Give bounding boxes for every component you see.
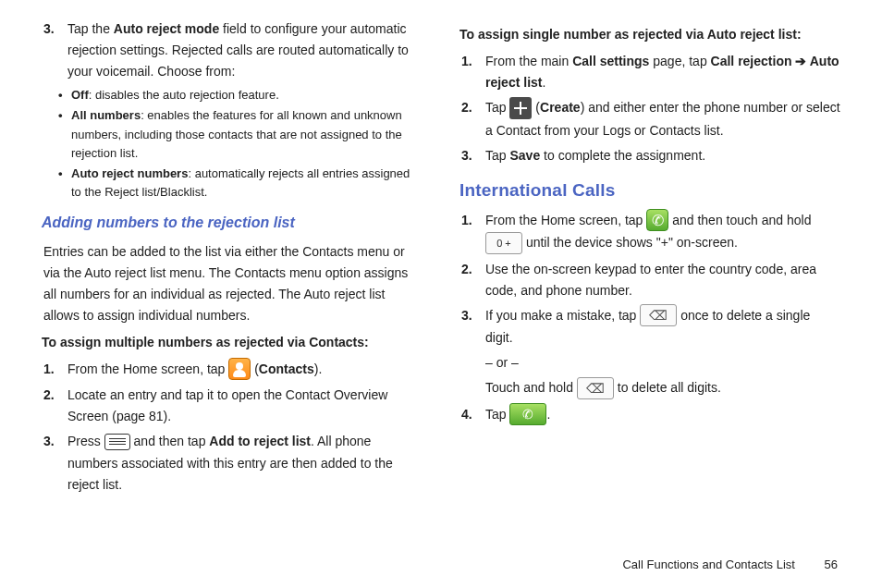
text: ). [314, 361, 323, 376]
subheading-via-contacts: To assign multiple numbers as rejected v… [42, 332, 423, 353]
contacts-step-2: 2. Locate an entry and tap it to open th… [42, 385, 423, 427]
label: Add to reject list [209, 434, 311, 448]
step-number: 3. [42, 431, 67, 495]
step-number: 2. [459, 259, 485, 301]
step-body: Tap (Create) and either enter the phone … [485, 97, 840, 141]
text: . [546, 407, 550, 422]
text: From the main [485, 54, 572, 68]
contacts-step-3: 3. Press and then tap Add to reject list… [42, 431, 423, 495]
step-number: 3. [42, 18, 67, 82]
left-column: 3. Tap the Auto reject mode field to con… [42, 18, 423, 499]
bullet-mark: • [58, 106, 71, 162]
text: to delete all digits. [618, 380, 721, 395]
text: and then tap [134, 434, 210, 448]
text: Touch and hold [485, 380, 577, 395]
paragraph: Entries can be added to the list via eit… [42, 241, 423, 326]
or-divider: – or – [485, 352, 840, 374]
text: Tap [485, 100, 509, 115]
step-body: From the Home screen, tap and then touch… [485, 210, 840, 255]
bullet-body: All numbers: enables the features for al… [71, 106, 423, 162]
text: Tap [485, 407, 509, 422]
intl-step-4: 4. Tap . [459, 404, 840, 426]
bullet-mark: • [58, 86, 71, 104]
text: : disables the auto rejection feature. [89, 88, 279, 102]
text: Press [67, 434, 104, 448]
page-footer: Call Functions and Contacts List 56 [622, 557, 838, 571]
auto-step-3: 3. Tap Save to complete the assignment. [459, 145, 840, 166]
step-body: Press and then tap Add to reject list. A… [67, 431, 423, 495]
step-body: Use the on-screen keypad to enter the co… [485, 259, 840, 301]
text: From the Home screen, tap [485, 213, 646, 227]
step-number: 1. [42, 359, 67, 381]
label: Call settings [572, 54, 649, 68]
subheading-via-auto: To assign single number as rejected via … [459, 24, 840, 45]
label: All numbers [71, 108, 141, 122]
label: Save [509, 148, 540, 163]
step-3: 3. Tap the Auto reject mode field to con… [42, 18, 423, 82]
bullet-body: Auto reject numbers: automatically rejec… [71, 165, 423, 202]
plus-icon [509, 97, 532, 119]
intl-step-2: 2. Use the on-screen keypad to enter the… [459, 259, 840, 301]
right-column: To assign single number as rejected via … [459, 18, 840, 499]
bullet-auto-reject: • Auto reject numbers: automatically rej… [42, 165, 423, 202]
contacts-step-1: 1. From the Home screen, tap (Contacts). [42, 359, 423, 381]
step-body: Tap Save to complete the assignment. [485, 145, 840, 166]
text: until the device shows "+" on-screen. [526, 235, 738, 250]
auto-step-1: 1. From the main Call settings page, tap… [459, 51, 840, 93]
step-body: If you make a mistake, tap once to delet… [485, 305, 840, 400]
backspace-icon [577, 377, 614, 399]
page-number: 56 [825, 557, 838, 571]
step-body: From the Home screen, tap (Contacts). [67, 359, 423, 381]
label: Auto reject numbers [71, 166, 188, 180]
footer-label: Call Functions and Contacts List [622, 557, 794, 571]
text: Tap [485, 148, 509, 163]
label: Create [540, 100, 581, 115]
step-body: Locate an entry and tap it to open the C… [67, 385, 423, 427]
text: Tap the [67, 21, 114, 36]
step-number: 1. [459, 210, 485, 255]
call-key-icon [509, 403, 546, 425]
phone-icon [646, 209, 668, 231]
page-columns: 3. Tap the Auto reject mode field to con… [42, 18, 840, 499]
text: page, tap [649, 54, 710, 68]
intl-step-3: 3. If you make a mistake, tap once to de… [459, 305, 840, 400]
step-number: 1. [459, 51, 485, 93]
auto-reject-mode: Auto reject mode [114, 21, 219, 36]
step-number: 3. [459, 305, 485, 400]
step-body: Tap the Auto reject mode field to config… [67, 18, 423, 82]
step-number: 2. [42, 385, 67, 427]
text: . [542, 75, 545, 90]
backspace-icon [640, 304, 677, 326]
text: and then touch and hold [672, 213, 811, 227]
zero-plus-key-icon: 0 + [485, 232, 522, 254]
bullet-mark: • [58, 165, 71, 202]
label: Contacts [259, 361, 314, 376]
heading-international-calls: International Calls [459, 176, 840, 204]
step-body: Tap . [485, 404, 840, 426]
text: If you make a mistake, tap [485, 308, 640, 323]
auto-step-2: 2. Tap (Create) and either enter the pho… [459, 97, 840, 141]
bullet-off: • Off: disables the auto rejection featu… [42, 86, 423, 104]
intl-step-1: 1. From the Home screen, tap and then to… [459, 210, 840, 255]
step-number: 2. [459, 97, 485, 141]
step-body: From the main Call settings page, tap Ca… [485, 51, 840, 93]
step-number: 4. [459, 404, 485, 426]
contacts-icon [228, 358, 251, 380]
bullet-body: Off: disables the auto rejection feature… [71, 86, 423, 104]
menu-icon [104, 434, 130, 450]
label: Off [71, 88, 89, 102]
bullet-all-numbers: • All numbers: enables the features for … [42, 106, 423, 162]
step-number: 3. [459, 145, 485, 166]
text: to complete the assignment. [540, 148, 705, 163]
text: From the Home screen, tap [67, 361, 228, 376]
heading-adding-numbers: Adding numbers to the rejection list [42, 211, 423, 235]
